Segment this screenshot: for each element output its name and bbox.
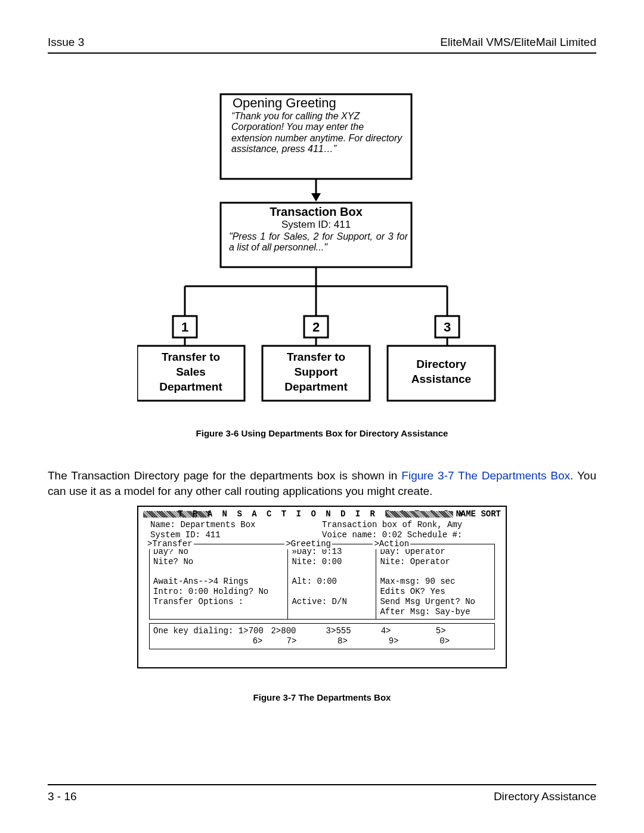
name-field: Name: Departments Box <box>150 520 322 530</box>
figure-3-7-caption: Figure 3-7 The Departments Box <box>48 692 596 702</box>
svg-text:Transaction Box: Transaction Box <box>270 205 363 218</box>
tbox-of-field: Transaction box of Ronk, Amy <box>322 520 494 530</box>
footer-section: Directory Assistance <box>494 790 596 803</box>
svg-text:Assistance: Assistance <box>411 373 471 385</box>
svg-text:Directory: Directory <box>416 358 466 370</box>
figure-3-6: Opening Greeting “Thank you for calling … <box>48 89 596 423</box>
svg-text:Transfer to: Transfer to <box>162 351 220 363</box>
transfer-label: >Transfer <box>146 539 194 549</box>
svg-text:Sales: Sales <box>176 366 206 378</box>
svg-text:3: 3 <box>444 320 451 335</box>
svg-text:Opening Greeting: Opening Greeting <box>233 95 336 110</box>
shade-right <box>386 511 453 518</box>
sort-label: NAME SORT <box>456 509 501 519</box>
svg-text:Department: Department <box>159 380 222 393</box>
header-product: EliteMail VMS/EliteMail Limited <box>440 36 596 49</box>
svg-marker-3 <box>311 193 321 202</box>
opening-body: “Thank you for calling the XYZ Corporati… <box>231 111 404 155</box>
svg-text:System ID:  411: System ID: 411 <box>281 219 351 230</box>
figure-3-7-link[interactable]: Figure 3-7 The Departments Box <box>401 469 570 482</box>
header-rule <box>48 52 596 54</box>
figure-3-6-caption: Figure 3-6 Using Departments Box for Dir… <box>48 428 596 438</box>
footer-page: 3 - 16 <box>48 790 77 803</box>
page-header: Issue 3 EliteMail VMS/EliteMail Limited <box>48 36 596 49</box>
svg-text:Support: Support <box>295 366 338 378</box>
action-label: >Action <box>373 539 410 549</box>
transaction-directory-screen: T R A N S A C T I O N D I R E C T O R Y … <box>137 506 507 668</box>
one-key-dialing: One key dialing: 1>700 2>800 3>555 4> 5>… <box>149 623 495 649</box>
svg-text:Department: Department <box>284 380 348 393</box>
svg-text:Transfer to: Transfer to <box>287 351 345 363</box>
page-footer: 3 - 16 Directory Assistance <box>48 784 596 803</box>
svg-text:1: 1 <box>181 320 188 335</box>
flowchart-svg: Opening Greeting “Thank you for calling … <box>137 89 507 423</box>
body-paragraph: The Transaction Directory page for the d… <box>48 468 596 498</box>
svg-text:2: 2 <box>312 320 320 335</box>
greeting-label: >Greeting <box>284 539 332 549</box>
tbox-body: "Press 1 for Sales, 2 for Support, or 3 … <box>229 231 408 253</box>
header-issue: Issue 3 <box>48 36 84 49</box>
